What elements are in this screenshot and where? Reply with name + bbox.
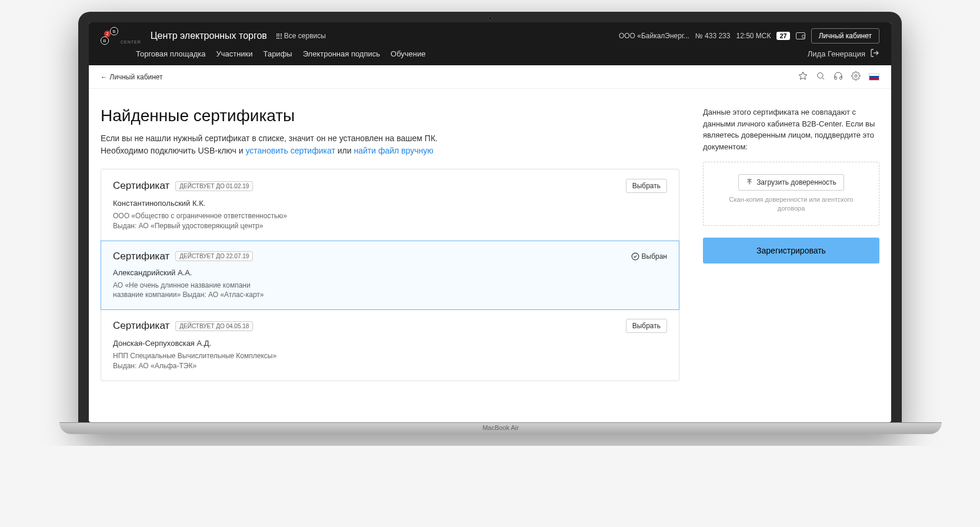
intro-line2b: или [335,146,354,155]
nav-item-market[interactable]: Торговая площадка [136,49,205,58]
certificate-list: Сертификат ДЕЙСТВУЕТ ДО 01.02.19 Выбрать… [101,169,679,381]
select-button[interactable]: Выбрать [626,179,667,193]
svg-point-2 [818,73,823,78]
cert-person: Донская-Серпуховская А.Д. [113,339,667,348]
cert-company: АО «Не очень длинное название компани [113,281,667,291]
cert-validity-badge: ДЕЙСТВУЕТ ДО 22.07.19 [175,251,253,261]
cert-title: Сертификат [113,180,169,192]
logo-b-icon: B [110,27,118,35]
flag-ru-icon[interactable] [869,74,879,81]
laptop-camera [488,16,492,20]
register-button[interactable]: Зарегистрировать [703,238,879,264]
cert-issuer: название компании» Выдан: АО «Атлас-карт… [113,290,667,300]
support-icon[interactable] [834,71,843,82]
side-warning: Данные этого сертификата не совпадают с … [703,106,879,152]
star-icon[interactable] [798,71,808,82]
nav-item-training[interactable]: Обучение [391,49,425,58]
intro-line2a: Необходимо подключить USB-ключ и [101,146,245,155]
selected-label: Выбран [642,252,667,261]
org-name: ООО «БайкалЭнерг... [619,32,689,40]
upload-hint: Скан-копия доверенности или агентского д… [715,195,867,214]
upload-button[interactable]: Загрузить доверенность [738,174,844,191]
clock-time: 12:50 МСК [736,32,771,40]
nav-item-tariffs[interactable]: Тарифы [264,49,292,58]
page-title: Найденные сертификаты [101,106,679,125]
certificate-card[interactable]: Сертификат ДЕЙСТВУЕТ ДО 04.05.18 Выбрать… [101,309,679,381]
upload-dropzone[interactable]: Загрузить доверенность Скан-копия довере… [703,162,879,226]
cert-person: Константинопольский К.К. [113,199,667,208]
svg-marker-1 [799,72,806,79]
select-button[interactable]: Выбрать [626,319,667,333]
intro-line1: Если вы не нашли нужный сертификат в спи… [101,134,438,143]
check-circle-icon [631,252,639,261]
install-cert-link[interactable]: установить сертификат [245,146,335,155]
order-number: № 433 233 [695,32,731,40]
certificate-card-selected[interactable]: Сертификат ДЕЙСТВУЕТ ДО 22.07.19 Выбран … [101,241,679,311]
brand-logo[interactable]: B 2 B CENTER [101,27,141,45]
selected-indicator: Выбран [631,252,667,261]
account-button[interactable]: Личный кабинет [811,28,879,44]
notification-count[interactable]: 27 [776,32,789,40]
cert-company: НПП Специальные Вычислительные Комплексы… [113,351,667,361]
breadcrumb-back[interactable]: ← Личный кабинет [101,73,163,81]
certificate-card[interactable]: Сертификат ДЕЙСТВУЕТ ДО 01.02.19 Выбрать… [101,169,679,241]
wallet-icon[interactable] [796,32,805,39]
all-services-label: Все сервисы [284,32,326,40]
cert-title: Сертификат [113,251,169,262]
svg-point-5 [632,253,639,260]
cert-issuer: Выдан: АО «Первый удостоверяющий центр» [113,221,667,231]
intro-text: Если вы не нашли нужный сертификат в спи… [101,132,679,157]
grid-icon [276,34,282,39]
logo-b2-icon: B [101,36,109,45]
brand-title: Центр электронных торгов [151,31,267,41]
upload-icon [746,179,753,186]
svg-point-4 [855,75,857,77]
logo-sub: CENTER [121,40,141,44]
gear-icon[interactable] [851,71,861,82]
all-services-link[interactable]: Все сервисы [276,32,326,40]
user-name: Лида Генерация [808,49,865,58]
cert-validity-badge: ДЕЙСТВУЕТ ДО 04.05.18 [175,321,253,331]
logout-icon[interactable] [870,48,879,59]
find-file-link[interactable]: найти файл вручную [354,146,433,155]
cert-company: ООО «Общество с ограниченное ответственн… [113,211,667,221]
svg-line-3 [822,78,824,79]
cert-title: Сертификат [113,320,169,332]
laptop-brand: MacBook Air [482,424,519,431]
cert-validity-badge: ДЕЙСТВУЕТ ДО 01.02.19 [175,181,253,191]
nav-item-esign[interactable]: Электронная подпись [303,49,380,58]
upload-button-label: Загрузить доверенность [756,178,836,186]
cert-issuer: Выдан: АО «Альфа-ТЭК» [113,361,667,371]
nav-item-members[interactable]: Участники [216,49,252,58]
search-icon[interactable] [816,71,825,82]
cert-person: Александрийский А.А. [113,268,667,277]
